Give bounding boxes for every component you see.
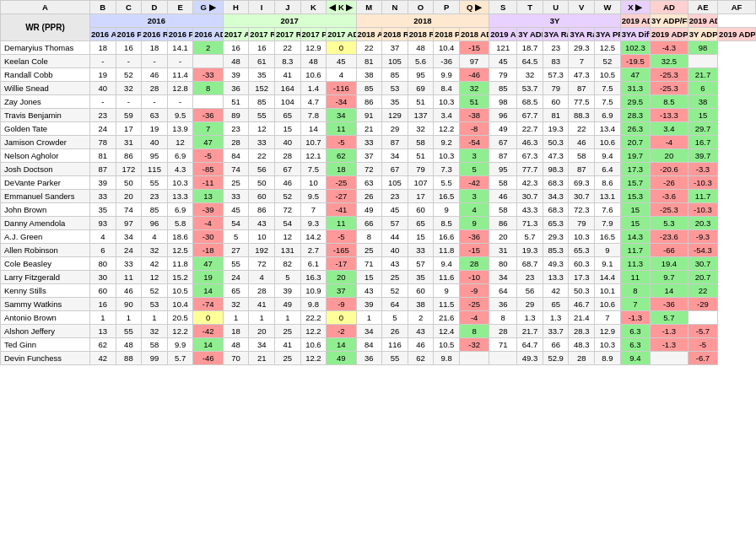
ppg-2017: 2.7 [300,244,327,257]
3ya-rank: 50.3 [543,136,569,149]
rank-2017: 55 [249,109,275,122]
adp-2016: 2016 ADP [89,28,116,41]
ppg-2017: 10.6 [300,338,327,352]
ppg-2016: 12.2 [167,325,193,338]
rank2-2017: 12 [274,230,300,244]
rank2-2017: 1 [274,311,300,325]
diff-2017: 62 [327,149,356,163]
col-v-letter: W [595,1,621,14]
ppg-2016: 11.4 [167,68,193,82]
diff-2016: 7 [193,122,223,136]
3ya-diff: 31.3 [620,82,650,95]
adp-2018: 72 [356,163,382,176]
adp-2016: 16 [89,298,116,311]
rank-2018: 2018 Rank [382,28,408,41]
3ya-adp: 71.3 [517,217,543,230]
3ya-rank: 83 [543,55,569,68]
diff-2017: -25 [327,176,356,190]
adp-2018: 84 [356,338,382,352]
adp-2016: 13 [89,325,116,338]
adp-2017: 24 [223,271,249,284]
adp-2017: 33 [223,190,249,203]
rank2-2018: 51 [408,95,434,109]
rank-2017: 192 [249,244,275,257]
col-g-letter: G ▶ [193,1,223,14]
3ya-ppg: 6.9 [595,109,621,122]
ppg-2018: 11.6 [434,271,460,284]
diff-2017: 34 [327,109,356,122]
ppg-2017: 14 [300,122,327,136]
2019adp-vs-3y: -20.6 [651,163,688,176]
table-row: Sammy Watkins16905310.4-743241499.8-9396… [1,298,756,311]
3ya-rank: 23 [543,41,569,55]
rank2-2016: 42 [142,257,168,271]
ppg-2016: 5.7 [167,352,193,365]
2019adp-vs-3y: 32.5 [651,55,688,68]
ppg-2017: 4.7 [300,95,327,109]
rank-2016: 74 [116,203,142,217]
ppg-2016: 12.5 [167,244,193,257]
player-name: Sammy Watkins [1,298,90,311]
adp-2019: 31 [489,244,517,257]
3ya-adp: 53.7 [517,82,543,95]
adp-2018: 34 [356,325,382,338]
rank2-2016: 115 [142,163,168,176]
rank2-2017: 39 [274,284,300,298]
3ya-adp: 68.7 [517,257,543,271]
rank-2017: 152 [249,82,275,95]
3ya-rank: 13.3 [543,271,569,284]
3ya-ppg: 7.5 [595,82,621,95]
diff-2016 [193,55,223,68]
rank-2018: 34 [382,149,408,163]
3ya-diff: 102.3 [620,41,650,55]
table-row: Golden Tate24171913.97231215141121293212… [1,122,756,136]
table-row: A.J. Green434418.6-305101214.2-58441516.… [1,230,756,244]
ppg-2017: 12.1 [300,149,327,163]
ppg-2017: 6.1 [300,257,327,271]
adp-2017: 28 [223,136,249,149]
rank2-2018: 137 [408,109,434,122]
ppg-2018: 21.6 [434,311,460,325]
table-body: Demaryius Thomas18161814.1216162212.9022… [1,41,756,365]
adp-2016: 60 [89,284,116,298]
3y-fr-diff: -5 [688,338,717,352]
adp-2016: 1 [89,311,116,325]
adp-2018: 2018 ADP [356,28,382,41]
ppg-2018: 8.4 [434,82,460,95]
rank-2016: 86 [116,149,142,163]
ppg-2017: 16.3 [300,271,327,284]
diff-2018: 2018 ADP/FR Diff [459,28,489,41]
3ya-rank: 34.3 [543,190,569,203]
ppg-2018: 12.2 [434,122,460,136]
3ya-ppg: 13.1 [595,190,621,203]
adp-2018: 21 [356,122,382,136]
adp-2016: 18 [89,41,116,55]
rank2-2016: 52 [142,284,168,298]
rank-2018: 105 [382,55,408,68]
col-p-letter: P [434,1,460,14]
3ya-adp: 19.3 [517,244,543,257]
rank-2017: 22 [249,149,275,163]
3ya-rank: 49.3 [543,257,569,271]
adp-2018: 85 [356,82,382,95]
wr-ppr-table: A B C D E G ▶ H I J K ◀ K ▶ M N O P Q ▶ … [0,0,756,365]
ppg-2018: 10.4 [434,41,460,55]
adp-2016: 80 [89,257,116,271]
rank-2016: 16 [116,41,142,55]
3ya-rank2: 58 [569,149,595,163]
ppg-2018: 9 [434,203,460,217]
rank-2018: 57 [382,217,408,230]
adp-2016: 19 [89,68,116,82]
2019-vs-3yfr: 2019 ADP vs 3YAFR Diff [718,28,756,41]
adp-2016: 35 [89,203,116,217]
rank-2017: 21 [249,352,275,365]
adp-2016: 40 [89,82,116,95]
table-row: Nelson Agholor8186956.9-584222812.162373… [1,149,756,163]
3ya-rank: 66 [543,338,569,352]
diff-2018: 5 [459,163,489,176]
ppg-2017: 7.8 [300,109,327,122]
3ya-rank: 19.3 [543,122,569,136]
rank-2017: 35 [249,68,275,82]
ppg-2017: 7.5 [300,163,327,176]
adp-2017: 55 [223,257,249,271]
